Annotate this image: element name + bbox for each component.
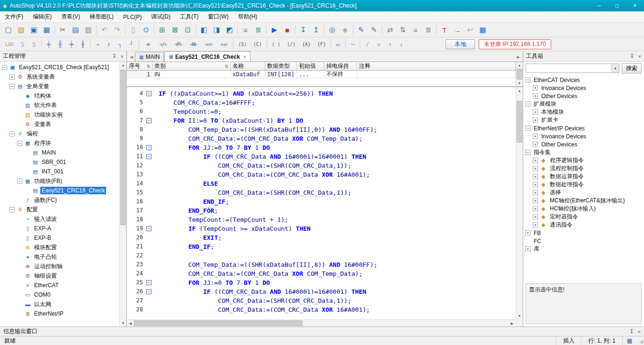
tree-expander[interactable]: +: [533, 93, 538, 99]
code-line[interactable]: 16 END_IF;: [127, 197, 516, 206]
tree-item[interactable]: −指令集: [523, 148, 644, 156]
scrollbar-thumb[interactable]: [120, 70, 126, 225]
contact-n-button[interactable]: ⊣N⊢: [186, 39, 201, 49]
draw-corner-up-button[interactable]: ┘: [126, 39, 137, 49]
code-line[interactable]: 5 COM_CRC_Data:=16#FFFF;: [127, 98, 516, 107]
dropdown-icon[interactable]: ▼: [611, 64, 619, 73]
tree-expander[interactable]: +: [9, 74, 15, 80]
tree-item[interactable]: FC: [523, 237, 644, 245]
tree-expander[interactable]: −: [525, 126, 530, 131]
draw-line-right-button[interactable]: →: [92, 39, 103, 49]
tree-item[interactable]: ▭COM0: [0, 290, 119, 300]
tree-item[interactable]: +Invoance Devices: [523, 84, 644, 92]
table-cell[interactable]: [357, 71, 516, 78]
fold-marker[interactable]: −: [146, 154, 152, 159]
menu-item[interactable]: 梯形图(L): [85, 11, 118, 22]
coil-out-button[interactable]: ( ): [268, 39, 284, 49]
draw-line-up-button[interactable]: ↑: [103, 39, 115, 49]
window-cascade-button[interactable]: ◧: [197, 24, 210, 36]
table-cell[interactable]: 1: [127, 71, 152, 78]
tree-item[interactable]: +◆MC轴控(EtherCAT&脉冲输出): [523, 197, 644, 205]
monitor-table-button[interactable]: ▦: [476, 24, 489, 36]
simulate-button[interactable]: ◈: [339, 24, 351, 36]
scrollbar-track[interactable]: [134, 320, 509, 327]
tree-expander[interactable]: +: [533, 174, 538, 179]
window-tile-v-button[interactable]: ◩: [223, 24, 236, 36]
arrow-down-tool-button[interactable]: ↓: [396, 39, 407, 49]
save-all-button[interactable]: ▦: [40, 24, 53, 36]
open-project-button[interactable]: ▨: [15, 24, 27, 36]
code-editor[interactable]: 4−IF ((xDataCount>=1) AND (xDataCount<=2…: [127, 87, 523, 327]
st-badge-2-button[interactable]: S: [28, 39, 40, 49]
insert-cell-button[interactable]: ┿: [66, 39, 77, 49]
code-line[interactable]: 21 END_IF;: [127, 242, 516, 251]
tree-item[interactable]: +库: [523, 245, 644, 253]
pin-icon[interactable]: ↧: [629, 328, 634, 335]
tree-item[interactable]: ▧功能块实例: [0, 110, 119, 119]
code-line[interactable]: 24 COM_CRC_Data:=(COM_CRC_Data XOR COM_T…: [127, 269, 516, 278]
code-line[interactable]: 27 COM_CRC_Data:=(SHR(COM_CRC_Data,1));: [127, 296, 516, 305]
tree-item[interactable]: −#编程: [0, 129, 119, 138]
contact-no-button[interactable]: ⊣⊢: [141, 39, 156, 49]
tree-item[interactable]: ⚙变量表: [0, 119, 119, 129]
stop-button[interactable]: ■: [281, 24, 294, 36]
code-line[interactable]: 18 TempCount:=(TempCount + 1);: [127, 215, 516, 224]
code-line[interactable]: 20 EXIT;: [127, 233, 516, 242]
func-block-f-button[interactable]: {F}: [314, 39, 329, 49]
compile-button[interactable]: ⊞: [156, 24, 169, 36]
variable-table-scrollbar[interactable]: ▲ ▼: [516, 62, 523, 86]
align-top-button[interactable]: ≡: [409, 24, 422, 36]
pin-icon[interactable]: ↧: [112, 53, 116, 59]
tree-item[interactable]: ▤MAIN: [0, 148, 119, 157]
fold-marker[interactable]: −: [146, 118, 152, 123]
scrollbar-thumb[interactable]: [134, 320, 303, 326]
scroll-up-icon[interactable]: ▲: [516, 62, 523, 68]
column-header[interactable]: 名称: [231, 62, 265, 71]
tree-item[interactable]: +◆流程控制指令: [523, 164, 644, 172]
tree-expander[interactable]: +: [533, 198, 538, 203]
editor-vertical-scrollbar[interactable]: ▲ ▼: [516, 87, 523, 319]
draw-corner-down-button[interactable]: ┐: [115, 39, 126, 49]
tree-item[interactable]: −EtherCAT Devices: [523, 76, 644, 84]
tree-item[interactable]: +Other Devices: [523, 92, 644, 100]
download-button[interactable]: ↧: [297, 24, 310, 36]
delete-button[interactable]: ▯: [127, 24, 140, 36]
redo-button[interactable]: ↷: [111, 24, 124, 36]
contact-p-button[interactable]: ⊣P⊢: [171, 39, 186, 49]
tree-item[interactable]: −▤全局变量: [0, 82, 119, 91]
undo-button[interactable]: ↶: [98, 24, 111, 36]
close-button[interactable]: ×: [626, 0, 644, 11]
tree-expander[interactable]: +: [533, 118, 538, 123]
code-line[interactable]: 9 COM_CRC_Data:=(COM_CRC_Data XOR COM_Te…: [127, 134, 516, 143]
tree-expander[interactable]: +: [533, 158, 538, 163]
save-button[interactable]: ▣: [27, 24, 40, 36]
code-line[interactable]: 4−IF ((xDataCount>=1) AND (xDataCount<=2…: [127, 89, 516, 98]
run-button[interactable]: ▶: [268, 24, 281, 36]
fold-marker[interactable]: −: [146, 226, 152, 231]
element-list-button[interactable]: ≣: [252, 24, 265, 36]
delete-row-button[interactable]: ╫: [54, 39, 66, 49]
tree-expander[interactable]: −: [525, 150, 530, 155]
code-line[interactable]: 23 COM_Temp_Data:=((SHR(xDataBuf[II],8))…: [127, 260, 516, 269]
minimize-button[interactable]: ─: [590, 0, 608, 11]
code-line[interactable]: 19− IF (TempCount >= xDataCount) THEN: [127, 224, 516, 233]
check-program-button[interactable]: ⇅: [396, 24, 409, 36]
lad-mode-button[interactable]: LAD: [2, 39, 17, 49]
back-button[interactable]: ↩: [464, 24, 476, 36]
tree-expander[interactable]: +: [533, 214, 538, 219]
window-tile-h-button[interactable]: ◨: [210, 24, 223, 36]
code-line[interactable]: 25− FOR JJ:=0 TO 7 BY 1 DO: [127, 278, 516, 287]
tree-item[interactable]: ≈输入滤波: [0, 214, 119, 224]
panel-close-icon[interactable]: ×: [121, 54, 124, 59]
tree-item[interactable]: +◆程序逻辑指令: [523, 156, 644, 164]
tree-item[interactable]: +◆选择: [523, 189, 644, 197]
scroll-down-icon[interactable]: ▼: [516, 312, 523, 319]
tree-expander[interactable]: +: [533, 182, 538, 187]
tree-item[interactable]: ≣EtherNet/IP: [0, 309, 119, 318]
find-button[interactable]: ⊙: [140, 24, 152, 36]
h-line-button[interactable]: ─: [347, 39, 358, 49]
tree-expander[interactable]: −: [525, 77, 530, 82]
panel-close-icon[interactable]: ×: [638, 329, 641, 335]
coil-reset-button[interactable]: (C): [250, 39, 265, 49]
tab-scroll-left-icon[interactable]: ◀: [128, 52, 135, 62]
